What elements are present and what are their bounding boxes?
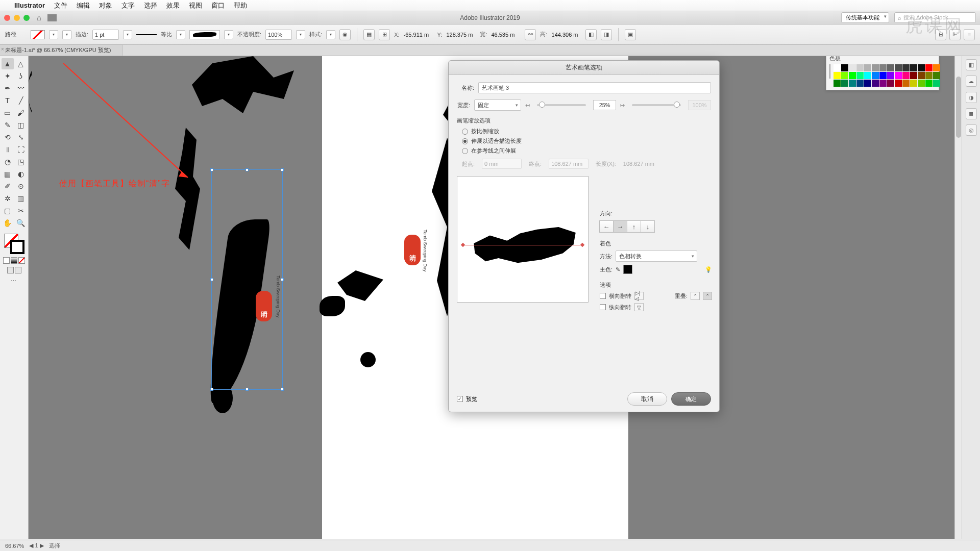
overlap-opt1[interactable]: ⌃ xyxy=(691,292,700,300)
scrollbar-thumb[interactable] xyxy=(956,77,961,138)
preview-end-handle[interactable] xyxy=(580,243,584,247)
width-slider-right[interactable] xyxy=(632,104,681,106)
h-value[interactable]: 144.306 m xyxy=(552,32,581,38)
document-tab[interactable]: × 未标题-1.ai* @ 66.67% (CMYK/GPU 预览) xyxy=(0,45,122,56)
swatch[interactable] xyxy=(887,64,894,71)
isolate-icon[interactable]: ▣ xyxy=(625,29,636,40)
stock-search[interactable]: ⌕ 搜索 Adobe Stock xyxy=(894,12,976,23)
swatch[interactable] xyxy=(925,64,933,71)
swatch[interactable] xyxy=(879,72,887,79)
w-value[interactable]: 46.535 m xyxy=(491,32,521,38)
pen-tool[interactable]: ✒ xyxy=(2,83,14,94)
swatch[interactable] xyxy=(849,80,856,87)
mesh-tool[interactable]: ▦ xyxy=(2,168,14,180)
type-tool[interactable]: T xyxy=(2,95,14,106)
column-graph-tool[interactable]: ▥ xyxy=(15,193,27,204)
width-tool[interactable]: ⫴ xyxy=(2,144,14,155)
artboard-tool[interactable]: ▢ xyxy=(2,205,14,216)
close-window[interactable] xyxy=(4,15,10,21)
menu-window[interactable]: 窗口 xyxy=(211,1,225,10)
width-slider-left[interactable] xyxy=(537,104,586,106)
swatch[interactable] xyxy=(933,80,940,87)
arrange-documents-icon[interactable] xyxy=(47,14,57,21)
swatch[interactable] xyxy=(918,64,925,71)
lasso-tool[interactable]: ʖ xyxy=(15,70,27,82)
eraser-tool[interactable]: ◫ xyxy=(15,119,27,131)
swatch[interactable] xyxy=(864,80,871,87)
snap-icon[interactable]: ⊩ xyxy=(949,29,961,40)
shape2-icon[interactable]: ◨ xyxy=(601,29,612,40)
dir-down-button[interactable]: ↓ xyxy=(641,220,655,233)
swatch[interactable] xyxy=(856,72,864,79)
home-icon[interactable]: ⌂ xyxy=(37,13,41,22)
rotate-tool[interactable]: ⟲ xyxy=(2,132,14,143)
swatch[interactable] xyxy=(902,80,910,87)
swatch[interactable] xyxy=(872,80,879,87)
swatch[interactable] xyxy=(879,64,887,71)
close-tab-icon[interactable]: × xyxy=(0,46,6,52)
symbol-sprayer-tool[interactable]: ✲ xyxy=(2,193,14,204)
tips-icon[interactable]: 💡 xyxy=(705,266,712,273)
panel-menu-icon[interactable]: ≡ xyxy=(964,29,975,40)
libraries-panel-icon[interactable]: ☁ xyxy=(966,76,977,87)
brush-dropdown[interactable]: ▾ xyxy=(224,30,233,39)
fill-stroke-swatch[interactable] xyxy=(31,30,45,39)
swatch[interactable] xyxy=(933,72,940,79)
swatch[interactable] xyxy=(834,64,841,71)
cancel-button[interactable]: 取消 xyxy=(627,392,667,406)
app-menu[interactable]: Illustrator xyxy=(14,2,45,9)
selection-bounding-box[interactable] xyxy=(211,169,283,390)
overlap-opt2[interactable]: ⌃ xyxy=(703,292,712,300)
stroke-profile-icon[interactable] xyxy=(136,34,157,35)
width-mode-select[interactable]: 固定 xyxy=(474,99,521,111)
align-icon[interactable]: ▦ xyxy=(363,29,375,40)
slice-tool[interactable]: ✂ xyxy=(15,205,27,216)
y-value[interactable]: 128.375 m xyxy=(446,32,476,38)
selection-tool[interactable]: ▲ xyxy=(2,58,14,69)
swatch[interactable] xyxy=(925,80,933,87)
link-wh-icon[interactable]: ⚯ xyxy=(525,29,536,40)
screen-mode-row[interactable] xyxy=(7,267,21,273)
swatch[interactable] xyxy=(834,72,841,79)
radio-proportional[interactable]: 按比例缩放 xyxy=(462,128,711,135)
flip-v-checkbox[interactable] xyxy=(600,304,606,310)
appearance-panel-icon[interactable]: ◎ xyxy=(966,124,977,136)
grid-icon[interactable]: ⊟ xyxy=(935,29,946,40)
opacity-dropdown[interactable]: ▾ xyxy=(296,30,305,39)
swatch[interactable] xyxy=(841,64,848,71)
swatch[interactable] xyxy=(902,64,910,71)
menu-object[interactable]: 对象 xyxy=(99,1,112,10)
minimize-window[interactable] xyxy=(14,15,20,21)
swatch[interactable] xyxy=(834,80,841,87)
vertical-scrollbar[interactable] xyxy=(954,56,962,539)
swatch[interactable] xyxy=(856,80,864,87)
swatch[interactable] xyxy=(895,80,902,87)
swatch[interactable] xyxy=(910,72,917,79)
properties-panel-icon[interactable]: ◧ xyxy=(966,59,977,70)
swatch[interactable] xyxy=(864,72,871,79)
transform-icon[interactable]: ⊞ xyxy=(379,29,390,40)
colorize-method-select[interactable]: 色相转换 xyxy=(616,251,697,262)
blend-tool[interactable]: ⊙ xyxy=(15,181,27,192)
dir-right-button[interactable]: → xyxy=(613,220,627,233)
brush-definition[interactable] xyxy=(189,30,220,39)
x-value[interactable]: -65.911 m xyxy=(404,32,433,38)
color-panel-icon[interactable]: ◑ xyxy=(966,92,977,103)
hand-tool[interactable]: ✋ xyxy=(2,217,14,229)
menu-type[interactable]: 文字 xyxy=(121,1,135,10)
edit-toolbar-icon[interactable]: ⋯ xyxy=(11,278,17,284)
opacity-field[interactable]: 100% xyxy=(265,30,292,40)
radio-stretch-fit[interactable]: 伸展以适合描边长度 xyxy=(462,137,711,145)
swatch[interactable] xyxy=(841,72,848,79)
key-color-chip[interactable] xyxy=(623,265,632,274)
width-percent-field[interactable]: 25% xyxy=(593,100,616,110)
magic-wand-tool[interactable]: ✦ xyxy=(2,70,14,82)
swatch[interactable] xyxy=(872,64,879,71)
curvature-tool[interactable]: 〰 xyxy=(15,83,27,94)
shaper-tool[interactable]: ✎ xyxy=(2,119,14,131)
fill-dropdown[interactable]: ▾ xyxy=(49,30,58,39)
menu-help[interactable]: 帮助 xyxy=(234,1,247,10)
swatch[interactable] xyxy=(887,80,894,87)
swatches-panel[interactable]: 色板 xyxy=(826,56,939,90)
swatch[interactable] xyxy=(879,80,887,87)
